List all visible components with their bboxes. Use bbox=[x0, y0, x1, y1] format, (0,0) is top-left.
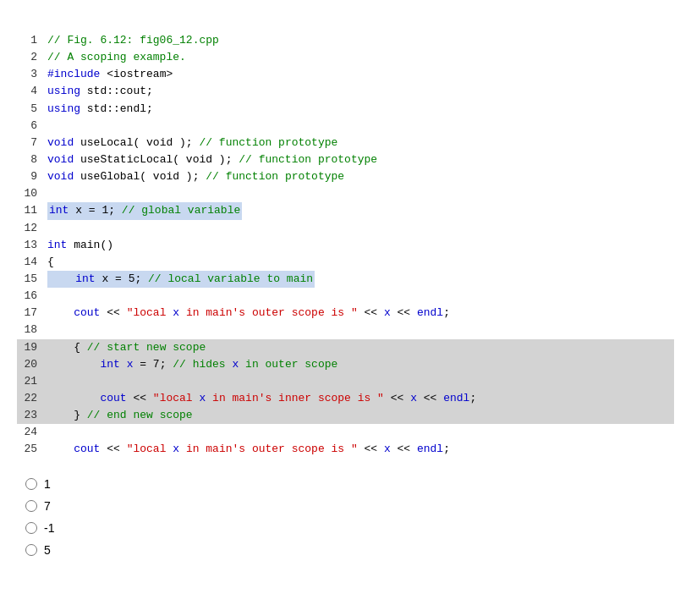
line-number: 11 bbox=[17, 202, 37, 219]
line-content: { // start new scope bbox=[47, 339, 674, 356]
line-number: 17 bbox=[17, 305, 37, 322]
answer-option[interactable]: 5 bbox=[25, 543, 674, 557]
line-content: // Fig. 6.12: fig06_12.cpp bbox=[47, 32, 674, 49]
line-number: 22 bbox=[17, 390, 37, 407]
line-number: 2 bbox=[17, 49, 37, 66]
line-number: 19 bbox=[17, 339, 37, 356]
line-content: void useStaticLocal( void ); // function… bbox=[47, 151, 674, 168]
answer-option[interactable]: 1 bbox=[25, 477, 674, 491]
line-content: void useGlobal( void ); // function prot… bbox=[47, 168, 674, 185]
answer-option[interactable]: 7 bbox=[25, 499, 674, 513]
line-content: void useLocal( void ); // function proto… bbox=[47, 135, 674, 151]
line-number: 7 bbox=[17, 135, 37, 151]
line-content: cout << "local x in main's outer scope i… bbox=[47, 305, 674, 322]
line-number: 25 bbox=[17, 441, 37, 458]
code-line: 6 bbox=[17, 118, 674, 135]
line-number: 6 bbox=[17, 118, 37, 135]
code-line: 14{ bbox=[17, 254, 674, 271]
line-number: 24 bbox=[17, 424, 37, 441]
line-number: 1 bbox=[17, 32, 37, 49]
line-content: int x = 5; // local variable to main bbox=[47, 271, 674, 288]
line-content: int x = 1; // global variable bbox=[47, 202, 674, 219]
line-content: cout << "local x in main's inner scope i… bbox=[47, 390, 674, 407]
code-line: 12 bbox=[17, 220, 674, 237]
line-number: 20 bbox=[17, 356, 37, 373]
line-content: { bbox=[47, 254, 674, 271]
code-line: 3#include <iostream> bbox=[17, 66, 674, 83]
option-label: 5 bbox=[44, 543, 51, 557]
line-content: } // end new scope bbox=[47, 407, 674, 424]
code-line: 20 int x = 7; // hides x in outer scope bbox=[17, 356, 674, 373]
code-line: 2// A scoping example. bbox=[17, 49, 674, 66]
line-number: 16 bbox=[17, 288, 37, 305]
code-line: 15 int x = 5; // local variable to main bbox=[17, 271, 674, 288]
code-line: 22 cout << "local x in main's inner scop… bbox=[17, 390, 674, 407]
code-line: 13int main() bbox=[17, 237, 674, 254]
option-label: 7 bbox=[44, 499, 51, 513]
code-line: 21 bbox=[17, 373, 674, 390]
answer-options: 17-15 bbox=[25, 477, 674, 557]
line-number: 8 bbox=[17, 151, 37, 168]
code-line: 10 bbox=[17, 185, 674, 202]
code-line: 9void useGlobal( void ); // function pro… bbox=[17, 168, 674, 185]
line-number: 14 bbox=[17, 254, 37, 271]
option-radio[interactable] bbox=[25, 544, 37, 556]
code-line: 16 bbox=[17, 288, 674, 305]
line-content: int main() bbox=[47, 237, 674, 254]
line-content: #include <iostream> bbox=[47, 66, 674, 83]
code-line: 25 cout << "local x in main's outer scop… bbox=[17, 441, 674, 458]
option-label: -1 bbox=[44, 521, 54, 535]
code-line: 24 bbox=[17, 424, 674, 441]
line-number: 10 bbox=[17, 185, 37, 202]
line-number: 3 bbox=[17, 66, 37, 83]
code-line: 23 } // end new scope bbox=[17, 407, 674, 424]
line-content: int x = 7; // hides x in outer scope bbox=[47, 356, 674, 373]
line-number: 4 bbox=[17, 83, 37, 100]
line-number: 15 bbox=[17, 271, 37, 288]
code-line: 8void useStaticLocal( void ); // functio… bbox=[17, 151, 674, 168]
line-number: 5 bbox=[17, 101, 37, 118]
line-content: using std::cout; bbox=[47, 83, 674, 100]
line-content: cout << "local x in main's outer scope i… bbox=[47, 441, 674, 458]
code-line: 4using std::cout; bbox=[17, 83, 674, 100]
code-line: 7void useLocal( void ); // function prot… bbox=[17, 135, 674, 151]
code-line: 17 cout << "local x in main's outer scop… bbox=[17, 305, 674, 322]
line-content: using std::endl; bbox=[47, 101, 674, 118]
line-content: // A scoping example. bbox=[47, 49, 674, 66]
line-number: 9 bbox=[17, 168, 37, 185]
line-number: 18 bbox=[17, 322, 37, 338]
answer-option[interactable]: -1 bbox=[25, 521, 674, 535]
option-label: 1 bbox=[44, 477, 51, 491]
code-line: 11int x = 1; // global variable bbox=[17, 202, 674, 219]
line-number: 12 bbox=[17, 220, 37, 237]
option-radio[interactable] bbox=[25, 478, 37, 490]
code-block: 1// Fig. 6.12: fig06_12.cpp2// A scoping… bbox=[17, 29, 674, 462]
line-number: 13 bbox=[17, 237, 37, 254]
option-radio[interactable] bbox=[25, 500, 37, 512]
code-line: 1// Fig. 6.12: fig06_12.cpp bbox=[17, 32, 674, 49]
code-line: 5using std::endl; bbox=[17, 101, 674, 118]
line-number: 21 bbox=[17, 373, 37, 390]
option-radio[interactable] bbox=[25, 522, 37, 534]
code-line: 19 { // start new scope bbox=[17, 339, 674, 356]
line-number: 23 bbox=[17, 407, 37, 424]
code-line: 18 bbox=[17, 322, 674, 338]
